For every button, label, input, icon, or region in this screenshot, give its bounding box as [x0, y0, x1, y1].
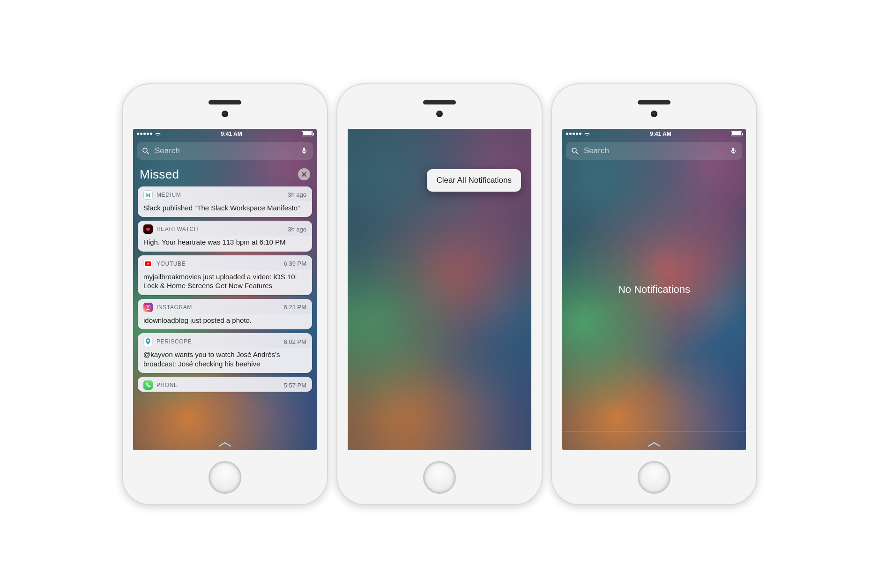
mic-icon[interactable] [300, 147, 308, 155]
section-title: Missed [140, 167, 179, 182]
screen-1: 9:41 AM Missed MMEDIUM3 [133, 129, 317, 450]
notification-card[interactable]: PERISCOPE6:02 PM@kayvon wants you to wat… [138, 333, 312, 373]
status-left [137, 131, 161, 137]
clear-section-button[interactable] [298, 168, 310, 180]
app-icon [143, 337, 153, 346]
notification-card[interactable]: MMEDIUM3h agoSlack published “The Slack … [138, 186, 312, 217]
search-input[interactable] [154, 146, 296, 156]
phone-frame-2: Clear All Notifications [336, 83, 543, 505]
status-bar: 9:41 AM [133, 129, 317, 139]
empty-state-label: No Notifications [618, 283, 690, 296]
notification-header: HEARTWATCH3h ago [138, 221, 312, 236]
notification-card[interactable]: PHONE5:57 PM [138, 377, 312, 392]
home-button[interactable] [423, 461, 456, 494]
svg-line-1 [147, 152, 149, 154]
screen-2: Clear All Notifications [348, 129, 531, 450]
battery-icon [302, 131, 313, 136]
home-button[interactable] [209, 461, 241, 494]
notification-time: 3h ago [288, 191, 306, 198]
empty-state: No Notifications [562, 129, 746, 450]
search-bar[interactable] [137, 142, 313, 160]
notification-time: 5:57 PM [284, 382, 306, 389]
notification-time: 6:39 PM [284, 260, 306, 267]
svg-point-6 [147, 306, 149, 308]
app-name: PERISCOPE [156, 338, 192, 345]
chevron-up-icon[interactable] [218, 441, 232, 447]
notification-header: PERISCOPE6:02 PM [138, 333, 312, 348]
app-name: INSTAGRAM [156, 304, 192, 311]
app-name: PHONE [156, 382, 178, 388]
clear-all-button[interactable]: Clear All Notifications [427, 169, 521, 192]
notification-header: PHONE5:57 PM [138, 377, 312, 392]
phone-frame-3: 9:41 AM No Notifications [551, 83, 757, 505]
notification-list[interactable]: MMEDIUM3h agoSlack published “The Slack … [133, 186, 317, 392]
notification-header: INSTAGRAM6:23 PM [138, 299, 312, 314]
app-icon [143, 380, 153, 390]
divider [562, 431, 746, 432]
notification-card[interactable]: INSTAGRAM6:23 PMidownloadblog just poste… [138, 299, 312, 330]
signal-dots-icon [137, 133, 152, 135]
notification-time: 6:23 PM [284, 304, 306, 311]
notification-header: YOUTUBE6:39 PM [138, 255, 312, 270]
svg-point-7 [147, 340, 149, 342]
app-name: YOUTUBE [156, 261, 186, 267]
notification-time: 3h ago [288, 226, 306, 233]
app-name: MEDIUM [156, 192, 181, 198]
notification-header: MMEDIUM3h ago [138, 186, 312, 201]
notification-body: Slack published “The Slack Workspace Man… [138, 201, 312, 217]
phone-frame-1: 9:41 AM Missed MMEDIUM3 [122, 83, 328, 505]
app-icon [143, 259, 153, 268]
app-name: HEARTWATCH [156, 226, 198, 232]
status-time: 9:41 AM [221, 131, 242, 137]
notification-card[interactable]: HEARTWATCH3h agoHigh. Your heartrate was… [138, 221, 312, 252]
status-right [302, 131, 313, 136]
screen-3: 9:41 AM No Notifications [562, 129, 746, 450]
notification-body: High. Your heartrate was 113 bpm at 6:10… [138, 236, 312, 252]
svg-rect-5 [146, 305, 150, 309]
notification-body: @kayvon wants you to watch José Andrés's… [138, 348, 312, 373]
chevron-up-icon[interactable] [647, 441, 661, 447]
screenshot-row: 9:41 AM Missed MMEDIUM3 [0, 0, 879, 588]
section-header: Missed [133, 164, 317, 186]
notification-time: 6:02 PM [284, 338, 306, 345]
app-icon [143, 224, 153, 234]
home-button[interactable] [638, 461, 670, 494]
wifi-icon [155, 131, 161, 137]
svg-rect-2 [303, 148, 305, 151]
clear-all-label: Clear All Notifications [436, 176, 512, 185]
notification-body: idownloadblog just posted a photo. [138, 314, 312, 330]
search-icon [142, 147, 150, 155]
app-icon [143, 303, 153, 312]
notification-card[interactable]: YOUTUBE6:39 PMmyjailbreakmovies just upl… [138, 255, 312, 295]
svg-point-0 [143, 148, 147, 152]
notification-body: myjailbreakmovies just uploaded a video:… [138, 270, 312, 295]
app-icon: M [143, 190, 153, 200]
